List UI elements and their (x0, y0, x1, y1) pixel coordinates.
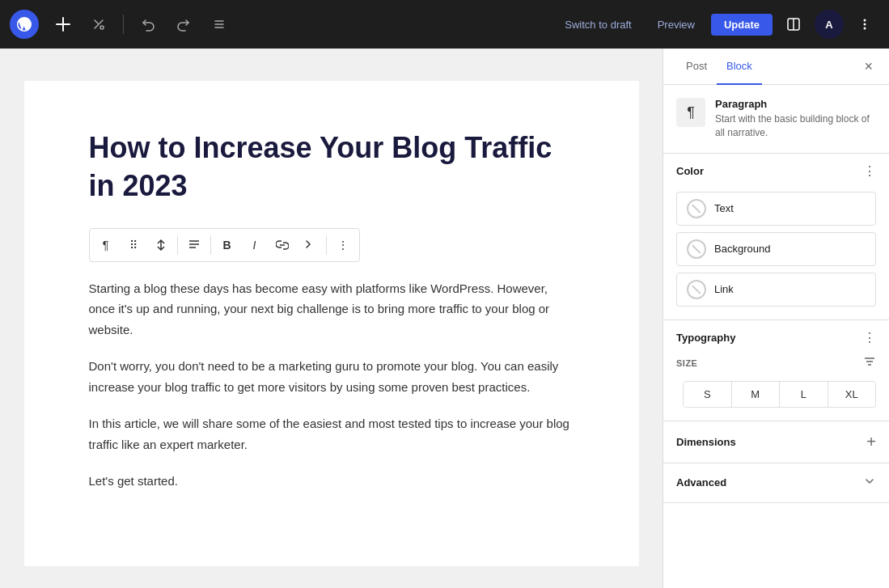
move-up-down-button[interactable] (148, 232, 174, 258)
size-xl-button[interactable]: XL (828, 382, 876, 407)
advanced-header[interactable]: Advanced (663, 463, 889, 502)
bt-separator-2 (210, 235, 211, 255)
background-color-label: Background (714, 243, 770, 255)
add-block-button[interactable] (49, 10, 78, 39)
layout-view-button[interactable] (779, 10, 808, 39)
paragraph-3[interactable]: In this article, we will share some of t… (89, 413, 574, 455)
paragraph-1[interactable]: Starting a blog these days has become ea… (89, 278, 574, 341)
dimensions-title: Dimensions (676, 436, 736, 448)
color-background-option[interactable]: Background (676, 232, 876, 266)
color-more-button[interactable]: ⋮ (863, 163, 876, 179)
drag-handle-button[interactable]: ⠿ (121, 232, 146, 258)
svg-point-7 (864, 23, 866, 26)
dimensions-add-button[interactable]: + (866, 433, 876, 451)
undo-button[interactable] (133, 10, 163, 39)
more-block-options-button[interactable] (297, 232, 323, 258)
dimensions-section: Dimensions + (663, 421, 889, 463)
block-toolbar: ¶ ⠿ B I ⋮ (89, 228, 360, 262)
svg-point-0 (100, 26, 104, 29)
bold-button[interactable]: B (214, 232, 240, 258)
bt-separator-1 (177, 235, 178, 255)
italic-button[interactable]: I (242, 232, 268, 258)
link-button[interactable] (269, 232, 295, 258)
more-options-button[interactable] (850, 10, 879, 39)
size-m-button[interactable]: M (732, 382, 781, 407)
update-button[interactable]: Update (711, 14, 773, 36)
size-l-button[interactable]: L (780, 382, 828, 407)
tab-post[interactable]: Post (676, 49, 717, 85)
color-options: Text Background Link (663, 188, 889, 319)
post-title[interactable]: How to Increase Your Blog Traffic in 202… (89, 129, 574, 205)
typography-section-header: Typography ⋮ (663, 320, 889, 355)
typography-more-button[interactable]: ⋮ (863, 330, 876, 345)
redo-button[interactable] (169, 10, 198, 39)
main-layout: How to Increase Your Blog Traffic in 202… (0, 49, 889, 588)
editor-content[interactable]: How to Increase Your Blog Traffic in 202… (24, 81, 639, 566)
list-view-button[interactable] (205, 10, 234, 39)
font-size-buttons: S M L XL (683, 381, 876, 408)
sidebar-close-button[interactable]: × (861, 49, 876, 84)
size-s-button[interactable]: S (684, 382, 732, 407)
color-section-header: Color ⋮ (663, 154, 889, 188)
top-toolbar: Switch to draft Preview Update A (0, 0, 889, 49)
preview-button[interactable]: Preview (648, 14, 705, 36)
wp-logo[interactable] (10, 10, 39, 39)
paragraph-4[interactable]: Let's get started. (89, 471, 574, 492)
block-description: Start with the basic building block of a… (715, 112, 876, 140)
block-info: ¶ Paragraph Start with the basic buildin… (663, 85, 889, 154)
tools-button[interactable] (84, 10, 113, 39)
paragraph-2[interactable]: Don't worry, you don't need to be a mark… (89, 356, 574, 397)
toolbar-right: Switch to draft Preview Update A (555, 10, 879, 39)
paragraph-type-button[interactable]: ¶ (93, 232, 119, 258)
svg-point-8 (864, 27, 866, 30)
text-color-label: Text (714, 202, 734, 214)
size-filter-button[interactable] (863, 355, 876, 371)
color-link-option[interactable]: Link (676, 273, 876, 307)
post-body[interactable]: Starting a blog these days has become ea… (89, 278, 574, 492)
dimensions-header[interactable]: Dimensions + (663, 421, 889, 463)
size-controls: SIZE (663, 355, 889, 381)
sidebar: Post Block × ¶ Paragraph Start with the … (663, 49, 889, 588)
size-label: SIZE (676, 358, 697, 368)
color-section-title: Color (676, 165, 704, 177)
block-info-text: Paragraph Start with the basic building … (715, 98, 876, 140)
block-name-label: Paragraph (715, 98, 876, 110)
text-color-swatch (687, 199, 706, 218)
advanced-title: Advanced (676, 476, 726, 489)
background-color-swatch (687, 239, 706, 259)
link-color-swatch (687, 280, 706, 299)
bt-separator-3 (326, 235, 327, 255)
tab-block[interactable]: Block (717, 49, 762, 85)
link-color-label: Link (714, 283, 734, 295)
astra-button[interactable]: A (815, 10, 844, 39)
sidebar-tabs: Post Block × (663, 49, 889, 85)
align-button[interactable] (181, 232, 207, 258)
advanced-section: Advanced (663, 463, 889, 503)
block-type-icon: ¶ (676, 98, 705, 127)
toolbar-separator-1 (123, 15, 124, 34)
typography-section-title: Typography (676, 332, 735, 344)
svg-point-6 (864, 19, 866, 22)
switch-draft-button[interactable]: Switch to draft (555, 14, 641, 36)
editor-area: How to Increase Your Blog Traffic in 202… (0, 49, 663, 588)
block-more-button[interactable]: ⋮ (330, 232, 356, 258)
typography-section: Typography ⋮ SIZE S M L XL (663, 320, 889, 421)
advanced-chevron-icon (863, 475, 876, 491)
color-section: Color ⋮ Text Background Link (663, 154, 889, 320)
color-text-option[interactable]: Text (676, 192, 876, 226)
